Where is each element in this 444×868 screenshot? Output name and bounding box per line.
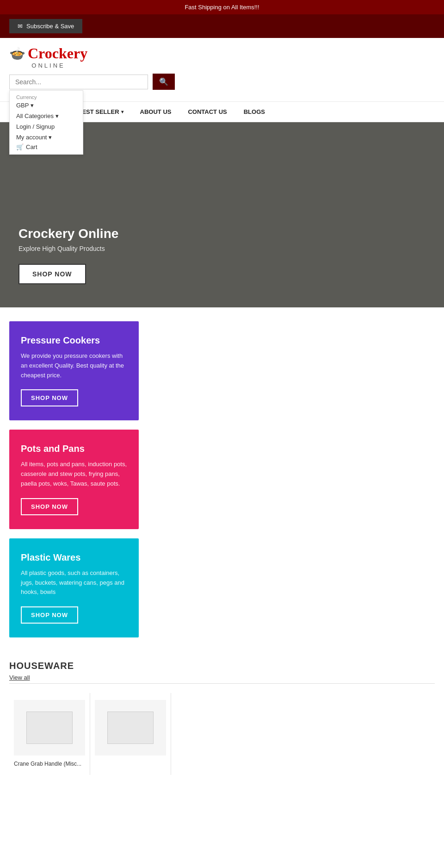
product-card[interactable]: Crane Grab Handle (Misc...	[9, 693, 90, 775]
product-grid: Crane Grab Handle (Misc...	[9, 693, 435, 775]
email-icon: ✉	[18, 23, 23, 30]
nav-contact-us-label: CONTACT US	[188, 108, 227, 115]
houseware-title: HOUSEWARE	[9, 661, 74, 671]
logo-online: ONLINE	[9, 62, 87, 69]
search-input[interactable]	[9, 75, 148, 89]
nav-best-seller-chevron: ▾	[121, 109, 123, 114]
pressure-cookers-shop-now-button[interactable]: SHOP NOW	[21, 389, 78, 406]
houseware-divider	[9, 683, 435, 684]
currency-value: GBP	[16, 102, 29, 109]
product-image-placeholder	[95, 700, 166, 756]
houseware-header: HOUSEWARE	[9, 661, 435, 671]
product-image	[107, 712, 154, 744]
login-signup-link[interactable]: Login / Signup	[16, 123, 76, 130]
pots-and-pans-card: Pots and Pans All items, pots and pans, …	[9, 430, 139, 529]
header-dropdown-overlay: Currency GBP ▾ All Categories ▾ Login / …	[9, 90, 83, 155]
pressure-cookers-title: Pressure Cookers	[21, 335, 127, 346]
my-account-chevron: ▾	[49, 134, 52, 141]
nav-blogs-label: BLOGS	[244, 108, 265, 115]
plastic-wares-card: Plastic Wares All plastic goods, such as…	[9, 538, 139, 637]
houseware-section: HOUSEWARE View all Crane Grab Handle (Mi…	[0, 651, 444, 775]
cart-link[interactable]: 🛒 Cart	[16, 144, 76, 150]
my-account-dropdown[interactable]: My account ▾	[16, 134, 76, 141]
houseware-view-all-link[interactable]: View all	[9, 674, 30, 681]
search-button[interactable]: 🔍	[153, 74, 175, 90]
pressure-cookers-card: Pressure Cookers We provide you pressure…	[9, 321, 139, 420]
nav-about-us[interactable]: ABOUT US	[132, 102, 180, 122]
nav-contact-us[interactable]: CONTACT US	[179, 102, 235, 122]
plastic-wares-shop-now-button[interactable]: SHOP NOW	[21, 606, 78, 624]
product-name: Crane Grab Handle (Misc...	[14, 760, 85, 768]
subscribe-label: Subscribe & Save	[26, 23, 74, 30]
cart-label: Cart	[26, 144, 37, 150]
header: 🍲 Crockery ONLINE 🔍 Currency GBP ▾ All C…	[0, 38, 444, 101]
hero-shop-now-button[interactable]: SHOP NOW	[18, 264, 86, 284]
currency-chevron: ▾	[31, 102, 34, 109]
pots-and-pans-title: Pots and Pans	[21, 443, 127, 454]
all-categories-label: All Categories	[16, 112, 54, 119]
logo-name: Crockery	[28, 45, 87, 62]
pots-and-pans-shop-now-button[interactable]: SHOP NOW	[21, 498, 78, 515]
nav-about-us-label: ABOUT US	[140, 108, 172, 115]
subscribe-bar: ✉ Subscribe & Save	[0, 14, 444, 38]
currency-selector[interactable]: GBP ▾	[16, 102, 76, 109]
pots-and-pans-description: All items, pots and pans, induction pots…	[21, 460, 127, 488]
plastic-wares-description: All plastic goods, such as containers, j…	[21, 568, 127, 597]
all-categories-chevron: ▾	[56, 112, 59, 119]
plastic-wares-title: Plastic Wares	[21, 552, 127, 563]
my-account-label: My account	[16, 134, 47, 141]
logo-area: 🍲 Crockery ONLINE	[9, 45, 435, 69]
logo-pot-icon: 🍲	[9, 46, 25, 61]
hero-subtitle: Explore High Quality Products	[18, 245, 118, 252]
currency-label: Currency	[16, 94, 76, 100]
login-signup-label: Login / Signup	[16, 123, 55, 130]
top-bar-text: Fast Shipping on All Items!!!	[185, 4, 259, 11]
hero-content: Crockery Online Explore High Quality Pro…	[18, 226, 118, 284]
top-bar-message: Fast Shipping on All Items!!!	[0, 0, 444, 14]
hero-title: Crockery Online	[18, 226, 118, 241]
search-area: 🔍	[9, 74, 435, 90]
search-icon: 🔍	[159, 78, 168, 86]
all-categories-dropdown[interactable]: All Categories ▾	[16, 112, 76, 119]
product-image	[26, 712, 73, 744]
product-card[interactable]	[90, 693, 171, 775]
pressure-cookers-description: We provide you pressure cookers with an …	[21, 351, 127, 380]
product-image-placeholder	[14, 700, 85, 756]
cart-icon: 🛒	[16, 144, 24, 150]
subscribe-save-button[interactable]: ✉ Subscribe & Save	[9, 19, 82, 33]
logo[interactable]: 🍲 Crockery ONLINE	[9, 45, 87, 69]
nav-best-seller-label: BEST SELLER	[78, 108, 119, 115]
nav-blogs[interactable]: BLOGS	[235, 102, 273, 122]
category-cards-section: Pressure Cookers We provide you pressure…	[0, 307, 148, 651]
